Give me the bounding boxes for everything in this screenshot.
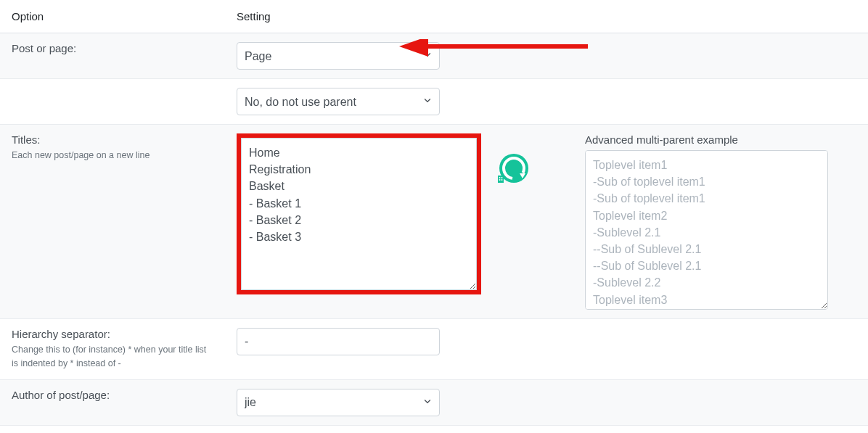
example-header: Advanced multi-parent example <box>585 133 856 146</box>
svg-rect-5 <box>498 176 504 183</box>
row-titles: Titles: Each new post/page on a new line <box>0 125 868 319</box>
example-textarea[interactable]: Toplevel item1 -Sub of toplevel item1 -S… <box>585 150 828 310</box>
use-parent-select[interactable]: No, do not use parent <box>237 88 440 115</box>
titles-highlight-box <box>237 133 481 294</box>
svg-point-8 <box>501 177 503 178</box>
row-footer: Add <box>0 425 868 433</box>
author-select[interactable]: jie <box>237 389 440 416</box>
options-table: Option Setting Post or page: Page <box>0 0 868 433</box>
svg-point-9 <box>501 179 503 181</box>
header-setting: Setting <box>225 0 573 33</box>
svg-point-7 <box>499 179 501 181</box>
row-author-extra <box>573 379 868 425</box>
hierarchy-label: Hierarchy separator: <box>12 328 110 340</box>
titles-label: Titles: <box>12 133 40 146</box>
row-post-or-page-extra <box>573 33 868 79</box>
row-parent-extra <box>573 79 868 125</box>
row-parent-label-cell <box>0 79 225 125</box>
post-or-page-select[interactable]: Page <box>237 42 440 70</box>
hierarchy-help: Change this to (for instance) * when you… <box>12 343 213 371</box>
author-label: Author of post/page: <box>12 389 110 401</box>
header-option: Option <box>0 0 225 33</box>
svg-point-6 <box>499 177 501 178</box>
header-spacer <box>573 0 868 33</box>
titles-help: Each new post/page on a new line <box>12 149 213 162</box>
row-parent: No, do not use parent <box>0 79 868 125</box>
titles-textarea[interactable] <box>241 138 477 290</box>
table-header-row: Option Setting <box>0 0 868 33</box>
row-author: Author of post/page: jie <box>0 379 868 425</box>
row-post-or-page: Post or page: Page <box>0 33 868 79</box>
grammarly-icon[interactable] <box>496 152 529 185</box>
row-hierarchy-extra <box>573 319 868 380</box>
post-or-page-label: Post or page: <box>12 42 76 54</box>
row-hierarchy: Hierarchy separator: Change this to (for… <box>0 319 868 380</box>
hierarchy-input[interactable] <box>237 328 440 355</box>
